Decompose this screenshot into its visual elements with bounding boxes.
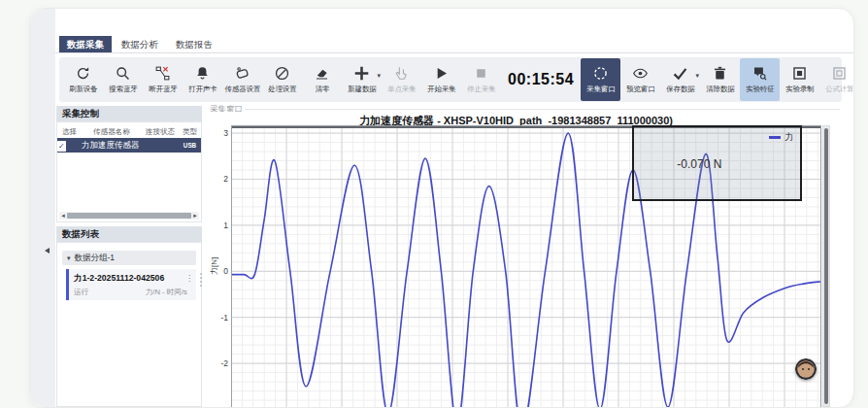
experiment-feature-label: 实验特征 [746, 84, 774, 93]
check-icon [672, 65, 688, 82]
sensor-settings-icon [234, 65, 250, 82]
y-tick-label: 2 [215, 174, 228, 184]
bell-icon [194, 65, 211, 82]
sensor-checkbox[interactable]: ✓ [57, 141, 66, 152]
zero-button[interactable]: 清零 [302, 59, 342, 100]
app-window: 数据采集 数据分析 数据报告 刷新设备搜索蓝牙断开蓝牙打开声卡传感器设置处理设置… [29, 8, 854, 408]
experiment-record-label: 实验录制 [785, 84, 814, 93]
trash-icon [712, 65, 728, 82]
y-tick-label: -1 [215, 313, 228, 323]
data-list-header: 数据列表 [56, 226, 202, 242]
y-tick-label: -2 [215, 358, 228, 368]
toolbar: 刷新设备搜索蓝牙断开蓝牙打开声卡传感器设置处理设置清零▾新建数据单点采集开始采集… [59, 57, 842, 102]
eye-icon [632, 65, 649, 82]
preview-window-label: 预览窗口 [626, 84, 654, 93]
preview-window-button[interactable]: 预览窗口 [620, 59, 660, 100]
selection-box[interactable]: -0.070 N力 [632, 125, 802, 201]
start-acquisition-button[interactable]: 开始采集 [421, 59, 461, 100]
open-soundcard-button[interactable]: 打开声卡 [183, 59, 222, 100]
sidebar-collapse-strip[interactable] [30, 9, 55, 407]
new-data-label: 新建数据 [348, 84, 376, 93]
tab-data-analysis[interactable]: 数据分析 [114, 36, 166, 52]
tab-data-report[interactable]: 数据报告 [168, 36, 220, 52]
legend-line-icon [769, 136, 781, 138]
pointer-icon [393, 65, 410, 82]
play-icon [433, 65, 450, 82]
start-acquisition-label: 开始采集 [427, 84, 455, 93]
caret-down-icon[interactable]: ▾ [696, 72, 700, 80]
clear-data-button[interactable]: 清除数据 [700, 59, 740, 100]
sensor-table-hscrollbar[interactable]: ◂ ▸ [59, 212, 199, 220]
open-soundcard-label: 打开声卡 [188, 84, 217, 93]
process-settings-label: 处理设置 [268, 84, 296, 93]
group-caret-icon[interactable]: ▾ [67, 255, 71, 262]
save-data-label: 保存数据 [666, 84, 694, 93]
eraser-icon [314, 65, 330, 82]
annotate-icon [751, 65, 768, 82]
single-point-label: 单点采集 [387, 84, 416, 93]
vscroll-thumb[interactable] [824, 128, 828, 404]
data-item-status: 运行 [74, 287, 88, 296]
search-bluetooth-label: 搜索蓝牙 [109, 84, 137, 93]
refresh-device-label: 刷新设备 [69, 84, 97, 93]
tabbar-divider [55, 52, 853, 53]
hscroll-thumb[interactable] [67, 213, 191, 219]
y-tick-label: 1 [215, 221, 228, 230]
y-tick-label: 3 [215, 128, 228, 138]
formula-icon [831, 65, 848, 82]
search-icon [115, 65, 131, 82]
avatar[interactable] [795, 358, 817, 380]
new-data-button[interactable]: ▾新建数据 [342, 59, 382, 100]
single-point-button: 单点采集 [382, 59, 421, 100]
sensor-settings-label: 传感器设置 [224, 84, 260, 93]
acquisition-timer: 00:15:54 [508, 71, 574, 88]
tab-data-acquisition[interactable]: 数据采集 [59, 36, 112, 52]
scroll-left-icon[interactable]: ◂ [59, 212, 67, 220]
plus-icon [353, 65, 370, 82]
main-tabs: 数据采集 数据分析 数据报告 [59, 36, 220, 52]
data-item-axes: 力/N - 时间/s [146, 287, 187, 296]
process-settings-icon [274, 65, 290, 82]
chart-plot[interactable]: -0.070 N力 [231, 125, 821, 408]
sensor-row[interactable]: ✓ 力加速度传感器 USB [57, 138, 201, 153]
chart-area: 力加速度传感器 - XHSP-V10HID_path_-1981348857_1… [210, 112, 842, 407]
formula-calc-label: 公式计算 [825, 84, 853, 93]
acquisition-window-label: 采集窗口 [586, 84, 615, 93]
scroll-right-icon[interactable]: ▸ [191, 212, 199, 220]
app-background: 数据采集 数据分析 数据报告 刷新设备搜索蓝牙断开蓝牙打开声卡传感器设置处理设置… [0, 0, 868, 408]
bluetooth-disconnect-icon [154, 65, 171, 82]
process-settings-button[interactable]: 处理设置 [262, 59, 302, 100]
formula-calc-button: 公式计算 [819, 59, 854, 100]
sensor-table: 选择 传感器名称 连接状态 类型 ✓ 力加速度传感器 USB ◂ ▸ [56, 121, 202, 222]
chart-vscrollbar[interactable] [822, 125, 830, 407]
collapse-left-icon[interactable] [45, 248, 50, 254]
col-sensor-name: 传感器名称 [83, 126, 141, 136]
stop-acquisition-label: 停止采集 [467, 84, 495, 93]
zero-label: 清零 [315, 84, 329, 93]
caret-down-icon[interactable]: ▾ [377, 72, 381, 80]
data-group-row[interactable]: ▾ 数据分组-1 [62, 251, 196, 265]
data-item-title: 力1-2-20251112-042506 [74, 272, 164, 284]
chart-legend: 力 [769, 131, 793, 144]
search-bluetooth-button[interactable]: 搜索蓝牙 [103, 59, 143, 100]
save-data-button[interactable]: ▾保存数据 [660, 59, 700, 100]
sensor-type: USB [180, 142, 200, 148]
sidebar-resize-handle[interactable] [198, 273, 204, 287]
clear-data-label: 清除数据 [706, 84, 734, 93]
col-select: 选择 [58, 126, 82, 136]
acquisition-window-button[interactable]: 采集窗口 [581, 58, 620, 101]
refresh-icon [75, 65, 91, 82]
dashed-circle-icon [592, 65, 609, 82]
item-menu-icon[interactable]: ⋮ [185, 274, 193, 283]
refresh-device-button[interactable]: 刷新设备 [63, 59, 103, 100]
y-axis-label: 力[N] [209, 257, 219, 275]
disconnect-bluetooth-button[interactable]: 断开蓝牙 [143, 59, 183, 100]
data-list-panel: ▾ 数据分组-1 力1-2-20251112-042506 ⋮ 运行 力/N -… [56, 242, 202, 407]
col-conn-status: 连接状态 [143, 126, 178, 136]
experiment-record-button[interactable]: 实验录制 [780, 59, 819, 100]
sensor-settings-button[interactable]: 传感器设置 [222, 59, 262, 100]
experiment-feature-button[interactable]: 实验特征 [740, 58, 780, 101]
col-type: 类型 [180, 126, 201, 136]
data-item[interactable]: 力1-2-20251112-042506 ⋮ 运行 力/N - 时间/s [66, 269, 196, 300]
chart-panel-rule [245, 109, 840, 110]
